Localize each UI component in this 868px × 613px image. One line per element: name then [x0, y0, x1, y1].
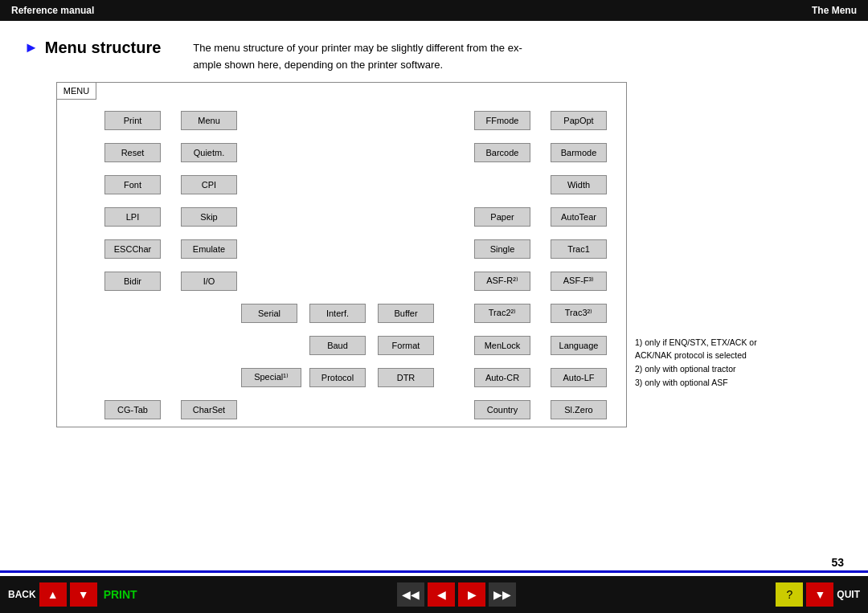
node-print: Print	[104, 111, 161, 130]
node-bidir: Bidir	[104, 272, 161, 291]
node-cpi: CPI	[181, 175, 237, 194]
footer-left: BACK ▲ ▼ PRINT	[8, 582, 137, 607]
node-papopt: PapOpt	[551, 111, 607, 130]
node-ffmode: FFmode	[474, 111, 530, 130]
node-special: Special¹⁾	[241, 368, 301, 387]
nav-next-button[interactable]: ▶	[458, 582, 485, 607]
node-escchar: ESCChar	[104, 239, 161, 259]
node-slzero: Sl.Zero	[551, 400, 607, 419]
title-description: The menu structure of your printer may b…	[193, 39, 522, 74]
node-country: Country	[474, 400, 530, 419]
help-button[interactable]: ?	[776, 582, 803, 607]
footer: BACK ▲ ▼ PRINT ◀◀ ◀ ▶ ▶▶ ? ▼ QUIT	[0, 576, 868, 613]
back-up-button[interactable]: ▲	[39, 582, 67, 607]
node-trac1: Trac1	[551, 239, 607, 259]
node-buffer: Buffer	[378, 304, 434, 323]
node-width: Width	[551, 175, 607, 194]
title-section: ► Menu structure The menu structure of y…	[0, 21, 868, 82]
node-dtr: DTR	[378, 368, 434, 387]
node-lpi: LPI	[104, 207, 161, 227]
back-label: BACK	[8, 589, 36, 600]
header-left: Reference manual	[11, 5, 94, 16]
page-number: 53	[831, 556, 844, 569]
node-charset: CharSet	[181, 400, 237, 419]
node-format: Format	[378, 336, 434, 355]
node-emulate: Emulate	[181, 239, 237, 259]
node-cgtab: CG-Tab	[104, 400, 161, 419]
footnotes: 1) only if ENQ/STX, ETX/ACK or ACK/NAK p…	[635, 336, 757, 390]
node-autolf: Auto-LF	[551, 368, 607, 387]
nav-first-button[interactable]: ◀◀	[397, 582, 424, 607]
node-single: Single	[474, 239, 530, 259]
node-barcode: Barcode	[474, 143, 530, 162]
node-trac2: Trac2²⁾	[474, 304, 530, 323]
node-interf: Interf.	[309, 304, 366, 323]
footer-center: ◀◀ ◀ ▶ ▶▶	[397, 582, 516, 607]
node-serial: Serial	[241, 304, 297, 323]
node-menu2: Menu	[181, 111, 237, 130]
node-skip: Skip	[181, 207, 237, 227]
node-paper: Paper	[474, 207, 530, 227]
node-asff: ASF-F³⁾	[551, 272, 607, 291]
node-io: I/O	[181, 272, 237, 291]
node-font: Font	[104, 175, 161, 194]
quit-label: QUIT	[837, 589, 860, 600]
back-fwd-button[interactable]: ▼	[70, 582, 97, 607]
footer-right: ? ▼ QUIT	[776, 582, 860, 607]
node-quietm: Quietm.	[181, 143, 237, 162]
nav-last-button[interactable]: ▶▶	[489, 582, 516, 607]
node-baud: Baud	[309, 336, 366, 355]
node-trac3: Trac3²⁾	[551, 304, 607, 323]
node-menlock: MenLock	[474, 336, 530, 355]
header-right: The Menu	[812, 5, 857, 16]
node-reset: Reset	[104, 143, 161, 162]
page-title: ► Menu structure	[24, 39, 161, 57]
blue-bar	[0, 570, 868, 573]
header: Reference manual The Menu	[0, 0, 868, 21]
quit-nav-button[interactable]: ▼	[806, 582, 833, 607]
arrow-icon: ►	[24, 39, 39, 56]
node-autocr: Auto-CR	[474, 368, 530, 387]
node-barmode: Barmode	[551, 143, 607, 162]
node-protocol: Protocol	[309, 368, 366, 387]
diagram-area: MENU Print Menu Reset Quietm. Font CPI L…	[0, 82, 868, 476]
node-autotear: AutoTear	[551, 207, 607, 227]
print-label[interactable]: PRINT	[104, 588, 137, 601]
node-asfr: ASF-R²⁾	[474, 272, 530, 291]
nav-prev-button[interactable]: ◀	[428, 582, 455, 607]
node-language: Language	[551, 336, 607, 355]
